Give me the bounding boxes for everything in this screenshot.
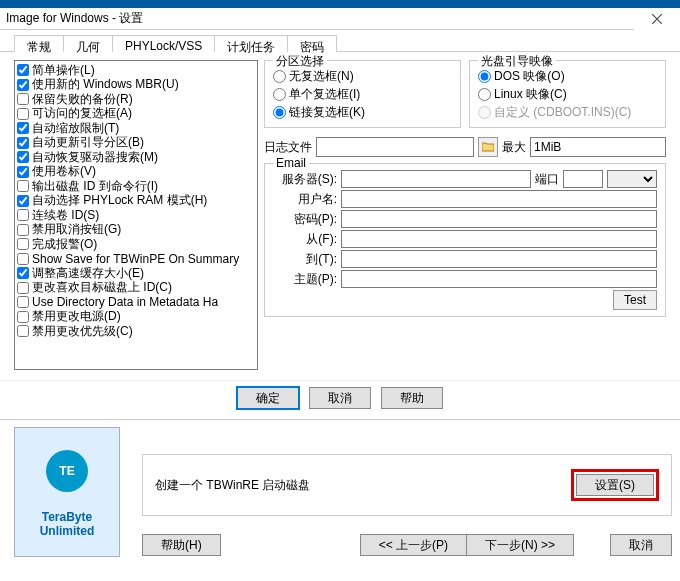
port-type-select[interactable] (607, 170, 657, 188)
checkbox[interactable] (17, 108, 29, 120)
checkbox[interactable] (17, 325, 29, 337)
radio[interactable] (273, 70, 286, 83)
checkbox[interactable] (17, 296, 29, 308)
subject-input[interactable] (341, 270, 657, 288)
pass-input[interactable] (341, 210, 657, 228)
checkbox[interactable] (17, 224, 29, 236)
help-button[interactable]: 帮助 (381, 387, 443, 409)
cancel-button[interactable]: 取消 (309, 387, 371, 409)
checkbox[interactable] (17, 93, 29, 105)
checkbox[interactable] (17, 311, 29, 323)
port-input[interactable] (563, 170, 603, 188)
user-input[interactable] (341, 190, 657, 208)
prev-button[interactable]: << 上一步(P) (360, 534, 467, 556)
brand-sub: Unlimited (40, 524, 95, 538)
checkbox[interactable] (17, 151, 29, 163)
email-label: Email (273, 156, 309, 170)
checkbox[interactable] (17, 282, 29, 294)
pass-label: 密码(P): (273, 211, 337, 228)
log-label: 日志文件 (264, 139, 312, 156)
boot-option-2: 自定义 (CDBOOT.INS)(C) (478, 103, 657, 121)
checkbox[interactable] (17, 195, 29, 207)
check-label: 更改喜欢目标磁盘上 ID(C) (32, 279, 172, 296)
partition-option-1[interactable]: 单个复选框(I) (273, 85, 452, 103)
checkbox[interactable] (17, 122, 29, 134)
server-label: 服务器(S): (273, 171, 337, 188)
from-input[interactable] (341, 230, 657, 248)
brand-name: TeraByte (40, 510, 95, 524)
check-label: 禁用更改优先级(C) (32, 323, 133, 340)
radio-label: 自定义 (CDBOOT.INS)(C) (494, 104, 631, 121)
checkbox[interactable] (17, 253, 29, 265)
window-title: Image for Windows - 设置 (6, 10, 143, 27)
radio-label: Linux 映像(C) (494, 86, 567, 103)
checkbox[interactable] (17, 79, 29, 91)
brand-logo-icon: TE (46, 450, 88, 492)
radio[interactable] (478, 70, 491, 83)
ok-button[interactable]: 确定 (237, 387, 299, 409)
checkbox[interactable] (17, 64, 29, 76)
checkbox[interactable] (17, 267, 29, 279)
tab-2[interactable]: PHYLock/VSS (112, 35, 215, 52)
next-button[interactable]: 下一步(N) >> (466, 534, 574, 556)
brand-panel: TE TeraByte Unlimited (14, 427, 120, 557)
tab-1[interactable]: 几何 (63, 35, 113, 52)
radio[interactable] (273, 106, 286, 119)
tab-strip: 常规几何PHYLock/VSS计划任务密码 (0, 30, 680, 52)
dialog-buttons: 确定 取消 帮助 (0, 380, 680, 415)
check-option-12[interactable]: 完成报警(O) (17, 237, 255, 252)
check-label: 完成报警(O) (32, 236, 97, 253)
checkbox[interactable] (17, 180, 29, 192)
settings-button[interactable]: 设置(S) (576, 474, 654, 496)
checkbox[interactable] (17, 238, 29, 250)
check-label: Show Save for TBWinPE On Summary (32, 252, 239, 266)
cancel-button-bottom[interactable]: 取消 (610, 534, 672, 556)
user-label: 用户名: (273, 191, 337, 208)
partition-option-2[interactable]: 链接复选框(K) (273, 103, 452, 121)
to-label: 到(T): (273, 251, 337, 268)
subject-label: 主题(P): (273, 271, 337, 288)
browse-folder-icon[interactable] (478, 137, 498, 157)
log-max-label: 最大 (502, 139, 526, 156)
tab-4[interactable]: 密码 (287, 35, 337, 52)
test-button[interactable]: Test (613, 290, 657, 310)
options-checklist[interactable]: 简单操作(L)使用新的 Windows MBR(U)保留失败的备份(R)可访问的… (14, 60, 258, 370)
server-input[interactable] (341, 170, 531, 188)
title-bar: Image for Windows - 设置 (0, 8, 680, 30)
check-option-15[interactable]: 更改喜欢目标磁盘上 ID(C) (17, 281, 255, 296)
tab-0[interactable]: 常规 (14, 35, 64, 52)
create-disk-row: 创建一个 TBWinRE 启动磁盘 设置(S) (142, 454, 672, 516)
radio-label: 链接复选框(K) (289, 104, 365, 121)
settings-highlight: 设置(S) (571, 469, 659, 501)
checkbox[interactable] (17, 137, 29, 149)
check-label: Use Directory Data in Metadata Ha (32, 295, 218, 309)
radio-label: DOS 映像(O) (494, 68, 565, 85)
check-option-18[interactable]: 禁用更改优先级(C) (17, 324, 255, 339)
boot-image-group: 光盘引导映像 DOS 映像(O)Linux 映像(C)自定义 (CDBOOT.I… (469, 60, 666, 128)
log-max-input[interactable] (530, 137, 666, 157)
to-input[interactable] (341, 250, 657, 268)
radio-label: 无复选框(N) (289, 68, 354, 85)
log-file-input[interactable] (316, 137, 474, 157)
boot-option-1[interactable]: Linux 映像(C) (478, 85, 657, 103)
tab-3[interactable]: 计划任务 (214, 35, 288, 52)
radio[interactable] (273, 88, 286, 101)
radio-label: 单个复选框(I) (289, 86, 360, 103)
partition-select-group: 分区选择 无复选框(N)单个复选框(I)链接复选框(K) (264, 60, 461, 128)
radio[interactable] (478, 88, 491, 101)
checkbox[interactable] (17, 209, 29, 221)
create-disk-label: 创建一个 TBWinRE 启动磁盘 (155, 477, 310, 494)
port-label: 端口 (535, 171, 559, 188)
help-button-bottom[interactable]: 帮助(H) (142, 534, 221, 556)
from-label: 从(F): (273, 231, 337, 248)
close-button[interactable] (634, 8, 680, 30)
radio (478, 106, 491, 119)
partition-select-label: 分区选择 (273, 53, 327, 70)
email-group: Email 服务器(S): 端口 用户名: 密码(P): 从(F): (264, 163, 666, 317)
boot-image-label: 光盘引导映像 (478, 53, 556, 70)
checkbox[interactable] (17, 166, 29, 178)
